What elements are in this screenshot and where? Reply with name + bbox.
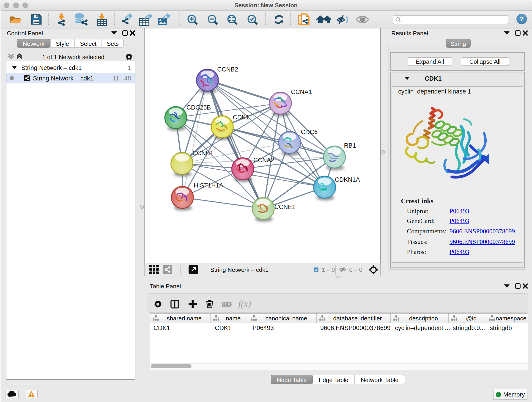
svg-text:CCNA2: CCNA2 xyxy=(253,157,274,164)
svg-text:CCNB1: CCNB1 xyxy=(192,150,214,157)
svg-text:CCNE1: CCNE1 xyxy=(274,204,296,211)
svg-text:HIST1H1A: HIST1H1A xyxy=(194,182,223,189)
svg-text:CDKN1A: CDKN1A xyxy=(335,176,360,183)
svg-text:RB1: RB1 xyxy=(344,142,356,149)
svg-text:CDK1: CDK1 xyxy=(233,114,249,121)
svg-text:CDC6: CDC6 xyxy=(301,128,318,135)
svg-text:CDC25B: CDC25B xyxy=(186,104,211,111)
svg-text:CCNA1: CCNA1 xyxy=(291,89,312,95)
svg-text:CCNB2: CCNB2 xyxy=(217,66,238,73)
